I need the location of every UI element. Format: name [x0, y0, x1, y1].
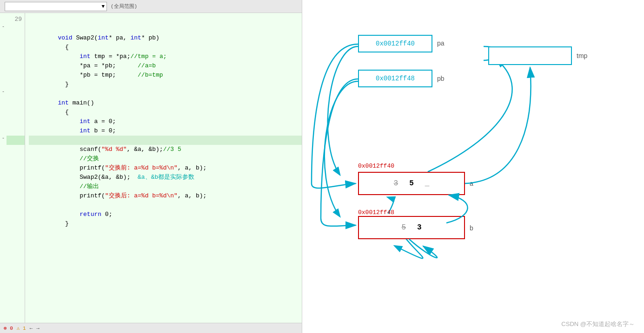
error-count: ⊗ 0 — [4, 325, 13, 331]
b-label: b — [470, 224, 473, 232]
a-box: 3 5 _ — [358, 172, 465, 195]
code-line-end-brace: } — [29, 210, 302, 219]
line-num — [7, 154, 25, 163]
code-body: - - - 29 — [0, 13, 302, 323]
line-num-active — [7, 136, 25, 145]
code-line-scanf: scanf("%d %d", &a, &b);//3 5 — [29, 136, 302, 145]
fold-marker-scanf[interactable]: - — [0, 134, 7, 143]
line-num — [7, 108, 25, 117]
code-content[interactable]: void Swap2(int* pa, int* pb) { int tmp =… — [25, 13, 302, 323]
code-panel: ▼ (全局范围) - - - — [0, 0, 302, 333]
line-num — [7, 33, 25, 43]
a-cursor: _ — [425, 179, 430, 188]
code-line-int-a: int a = 0; — [29, 108, 302, 117]
code-line-swap2-header: void Swap2(int* pa, int* pb) — [29, 24, 302, 33]
code-line-pb-tmp: *pb = tmp; //b=tmp — [29, 61, 302, 71]
b-box: 5 3 — [358, 216, 465, 239]
function-dropdown[interactable]: ▼ — [5, 2, 107, 11]
pa-box: 0x0012ff40 — [358, 35, 432, 52]
pa-label: pa — [437, 39, 445, 47]
a-val-old: 3 — [394, 179, 398, 188]
line-num — [7, 61, 25, 71]
code-line-tmp: int tmp = *pa;//tmp = a; — [29, 43, 302, 52]
tmp-box — [488, 46, 572, 65]
code-line — [29, 15, 302, 24]
pb-label: pb — [437, 75, 445, 82]
nav-back[interactable]: ← — [30, 326, 33, 331]
left-margin: - - - — [0, 13, 7, 323]
nav-forward[interactable]: → — [36, 326, 40, 331]
line-num — [7, 145, 25, 154]
code-line-empty — [29, 80, 302, 89]
line-num — [7, 52, 25, 61]
line-num — [7, 117, 25, 126]
diagram-panel: 0x0012ff40 pa 0x0012ff48 pb tmp 0x0012ff… — [302, 0, 644, 333]
scope-label: (全局范围) — [111, 3, 137, 10]
fold-marker-swap[interactable]: - — [0, 22, 7, 32]
code-line-brace-close: } — [29, 71, 302, 80]
code-line-empty2 — [29, 191, 302, 201]
fold-marker-main[interactable]: - — [0, 87, 7, 97]
line-num — [7, 126, 25, 136]
line-num — [7, 201, 25, 210]
line-num — [7, 163, 25, 173]
code-line-comment-swap: //交换 — [29, 145, 302, 154]
line-num — [7, 24, 25, 33]
code-line-swap2-call: Swap2(&a, &b); &a、&b都是实际参数 — [29, 163, 302, 173]
line-num — [7, 173, 25, 182]
code-line-main-header: int main() — [29, 89, 302, 98]
line-num — [7, 98, 25, 108]
watermark: CSDN @不知道起啥名字～ — [561, 320, 635, 328]
line-num — [7, 80, 25, 89]
a-val-new: 5 — [409, 179, 414, 188]
pb-value: 0x0012ff48 — [376, 75, 415, 82]
b-val-new: 3 — [417, 223, 422, 232]
b-val-old: 5 — [401, 223, 406, 232]
line-num: 29 — [7, 15, 25, 24]
line-num — [7, 182, 25, 191]
pa-value: 0x0012ff40 — [376, 40, 415, 47]
a-addr-label: 0x0012ff40 — [358, 163, 394, 170]
code-line-brace-open: { — [29, 33, 302, 43]
b-addr-label: 0x0012ff48 — [358, 209, 394, 216]
line-num — [7, 191, 25, 201]
line-num — [7, 210, 25, 219]
line-num — [7, 71, 25, 80]
code-line-comment-input: //输入 — [29, 126, 302, 136]
tmp-label: tmp — [577, 52, 587, 59]
code-line-int-b: int b = 0; — [29, 117, 302, 126]
line-numbers: 29 — [7, 13, 25, 323]
code-header: ▼ (全局范围) — [0, 0, 302, 13]
line-num — [7, 43, 25, 52]
warning-count: ⚠ 1 — [17, 325, 26, 331]
code-line-main-brace: { — [29, 98, 302, 108]
status-bar: ⊗ 0 ⚠ 1 ← → — [0, 323, 302, 333]
code-line-return: return 0; — [29, 201, 302, 210]
code-line-pa-pb: *pa = *pb; //a=b — [29, 52, 302, 61]
line-num — [7, 89, 25, 98]
pb-box: 0x0012ff48 — [358, 70, 432, 87]
code-line-printf-before: printf("交换前: a=%d b=%d\n", a, b); — [29, 154, 302, 163]
code-line-comment-output: //输出 — [29, 173, 302, 182]
a-label: a — [470, 180, 473, 187]
arrows-svg — [302, 0, 644, 333]
code-line-printf-after: printf("交换后: a=%d b=%d\n", a, b); — [29, 182, 302, 191]
diagram-arrows — [302, 0, 644, 333]
